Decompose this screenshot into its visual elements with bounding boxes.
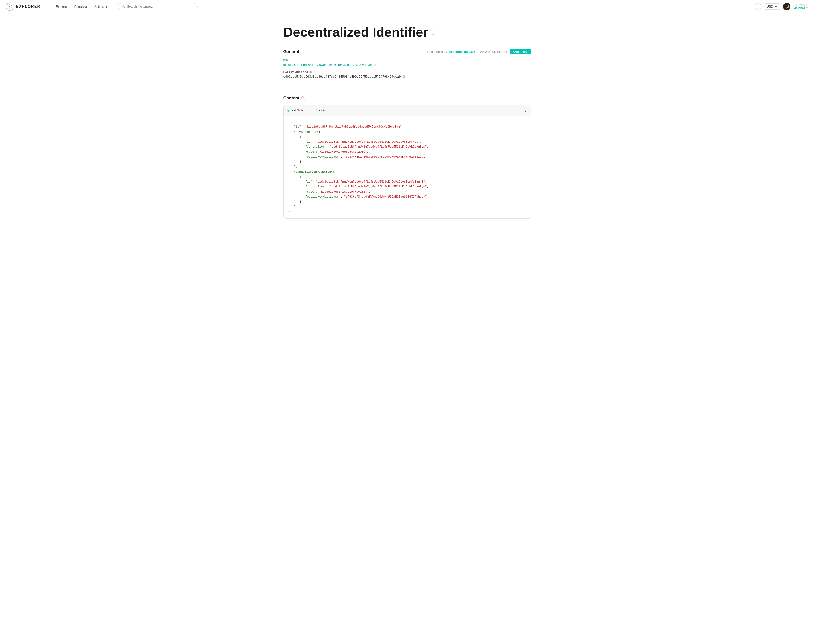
- json-body: { "id": "did:iota:GtRhPnnUW1u7yb6vp4fLe4…: [284, 116, 530, 218]
- message-id-label: Latest Message Id: [284, 71, 531, 74]
- message-id-value-row: e9b3cbb585bc5d3b3dc46dc437ce24845b84e4b0…: [284, 75, 531, 78]
- at-text: at 2023-02-05 19:10:40: [477, 50, 508, 54]
- json-line-17: ]: [289, 204, 526, 209]
- did-value-row: did:iota:GtRhPnnUW1u7yb6vp4fLe4mUgd5MJic…: [284, 63, 531, 67]
- nav-right: i USD ▼ 🌙 NETWORK Mainnet ▼: [755, 3, 808, 10]
- moon-icon: 🌙: [784, 4, 789, 9]
- json-card-id: ◆ e9b3cbb....45fdca9: [287, 109, 325, 112]
- json-line-3: {: [289, 135, 526, 140]
- diamond-icon: ◆: [287, 109, 289, 112]
- general-section-header: General Referenced by Milestone 5592306 …: [284, 49, 531, 54]
- svg-point-2: [8, 5, 8, 6]
- page-title-row: Decentralized Identifier i: [284, 25, 531, 40]
- page-title-info-icon[interactable]: i: [431, 30, 435, 35]
- chevron-down-icon: ▼: [105, 5, 108, 8]
- svg-point-5: [11, 7, 12, 8]
- json-line-6: "type": "X25519KeyAgreementKey2019",: [289, 150, 526, 155]
- json-line-10: "capabilityInvocation": [: [289, 170, 526, 175]
- info-button[interactable]: i: [755, 3, 761, 10]
- chevron-down-icon: ▼: [774, 5, 777, 8]
- json-line-0: {: [289, 120, 526, 124]
- svg-point-4: [8, 7, 8, 8]
- nav-visualizer[interactable]: Visualizer: [74, 5, 88, 8]
- json-line-7: "publicKeyMultibase": "z6nJ4XBKZ42GkVLM9…: [289, 155, 526, 159]
- search-icon: 🔍: [121, 5, 125, 8]
- general-meta: Referenced by Milestone 5592306 at 2023-…: [427, 49, 531, 54]
- json-line-18: }: [289, 210, 526, 215]
- message-id-value: e9b3cbb585bc5d3b3dc46dc437ce24845b84e4b0…: [284, 75, 401, 78]
- content-section: Content i ◆ e9b3cbb....45fdca9 ⇣ { "id":…: [284, 96, 531, 219]
- logo[interactable]: EXPLORER: [6, 2, 40, 11]
- navbar: EXPLORER Explorer Visualizer Utilities ▼…: [0, 0, 814, 13]
- did-copy-icon[interactable]: ⧉: [373, 63, 376, 67]
- json-line-14: "type": "Ed25519VerificationKey2018",: [289, 190, 526, 195]
- json-line-1: "id": "did:iota:GtRhPnnUW1u7yb6vp4fLe4mU…: [289, 124, 526, 129]
- json-card-id-text: e9b3cbb....45fdca9: [292, 109, 325, 112]
- svg-point-7: [9, 6, 10, 7]
- referenced-text: Referenced by: [427, 50, 447, 54]
- json-line-4: "id": "did:iota:GtRhPnnUW1u7yb6vp4fLe4mU…: [289, 140, 526, 144]
- chevron-down-icon[interactable]: ▼: [806, 6, 808, 9]
- content-title-row: Content i: [284, 96, 531, 101]
- nav-utilities[interactable]: Utilities ▼: [94, 5, 108, 8]
- general-title: General: [284, 49, 299, 54]
- content-title: Content: [284, 96, 299, 101]
- json-line-11: {: [289, 175, 526, 179]
- json-line-15: "publicKeyMultibase": "zF63HsPSjou6m8VVn…: [289, 195, 526, 199]
- search-input[interactable]: [127, 5, 194, 8]
- dark-mode-toggle[interactable]: 🌙: [783, 3, 791, 10]
- json-line-13: "controller": "did:iota:GtRhPnnUW1u7yb6v…: [289, 184, 526, 189]
- json-card: ◆ e9b3cbb....45fdca9 ⇣ { "id": "did:iota…: [284, 105, 531, 219]
- download-icon[interactable]: ⇣: [524, 108, 527, 113]
- network-value: Mainnet: [793, 6, 805, 10]
- json-line-2: "keyAgreement": [: [289, 130, 526, 135]
- currency-selector[interactable]: USD ▼: [764, 3, 780, 10]
- json-line-8: }: [289, 159, 526, 164]
- nav-links: Explorer Visualizer Utilities ▼: [56, 5, 108, 8]
- search-box[interactable]: 🔍: [118, 3, 198, 10]
- logo-text: EXPLORER: [16, 5, 40, 9]
- json-card-header: ◆ e9b3cbb....45fdca9 ⇣: [284, 106, 530, 116]
- svg-point-1: [9, 4, 10, 5]
- nav-explorer[interactable]: Explorer: [56, 5, 68, 8]
- network-badge: NETWORK Mainnet ▼: [793, 3, 808, 10]
- json-line-12: "id": "did:iota:GtRhPnnUW1u7yb6vp4fLe4mU…: [289, 179, 526, 184]
- did-label: DID: [284, 59, 531, 62]
- json-line-9: ],: [289, 164, 526, 169]
- svg-point-3: [11, 5, 12, 6]
- confirmed-badge: Confirmed: [510, 49, 531, 54]
- main-content: Decentralized Identifier i General Refer…: [278, 13, 536, 230]
- did-value: did:iota:GtRhPnnUW1u7yb6vp4fLe4mUgd5MJic…: [284, 63, 372, 66]
- currency-label: USD: [767, 5, 773, 8]
- did-field: DID did:iota:GtRhPnnUW1u7yb6vp4fLe4mUgd5…: [284, 59, 531, 67]
- page-title: Decentralized Identifier: [284, 25, 428, 40]
- svg-point-6: [9, 8, 10, 9]
- json-line-5: "controller": "did:iota:GtRhPnnUW1u7yb6v…: [289, 144, 526, 149]
- network-label: NETWORK: [793, 3, 808, 6]
- milestone-link[interactable]: Milestone 5592306: [448, 50, 475, 54]
- message-id-field: Latest Message Id e9b3cbb585bc5d3b3dc46d…: [284, 71, 531, 78]
- general-section: General Referenced by Milestone 5592306 …: [284, 49, 531, 78]
- message-id-copy-icon[interactable]: ⧉: [402, 75, 405, 78]
- json-line-16: }: [289, 199, 526, 204]
- content-info-icon[interactable]: i: [301, 96, 305, 100]
- logo-icon: [6, 2, 14, 11]
